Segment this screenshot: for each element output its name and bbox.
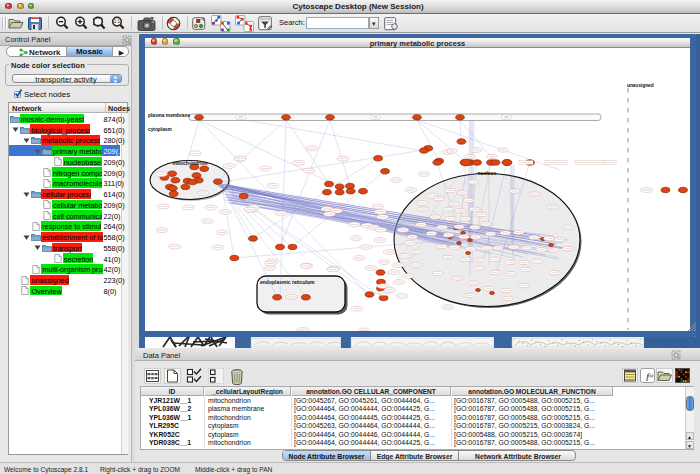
svg-text:(x): (x) bbox=[648, 373, 654, 378]
svg-text:plasma membrane: plasma membrane bbox=[148, 113, 190, 118]
svg-text:unassigned: unassigned bbox=[627, 83, 654, 88]
svg-text:mitochondrion: mitochondrion bbox=[173, 160, 208, 166]
svg-text:nucleus: nucleus bbox=[478, 170, 497, 176]
svg-text:cytoplasm: cytoplasm bbox=[148, 127, 172, 132]
svg-text:1:1: 1:1 bbox=[114, 19, 121, 24]
svg-text:endoplasmic reticulum: endoplasmic reticulum bbox=[260, 279, 315, 285]
